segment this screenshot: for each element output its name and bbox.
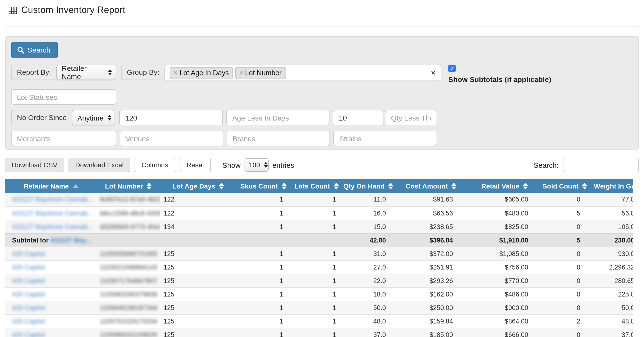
column-header-weight-in-gm[interactable]: Weight In Gm — [589, 179, 633, 193]
subtotal-cell: $396.84 — [394, 233, 468, 247]
data-cell: 122 — [160, 193, 237, 206]
sort-icon — [452, 182, 456, 189]
retailer-link[interactable]: 415127 Bayshore Cannab... — [12, 196, 93, 203]
data-cell: $486.00 — [468, 287, 541, 301]
subtotal-row: Subtotal for 415127 Bay...42.00$396.84$1… — [5, 233, 633, 247]
group-by-tag[interactable]: ×Lot Number — [236, 67, 286, 79]
data-cell: 77.0 — [589, 193, 633, 206]
divider — [5, 26, 639, 26]
column-label: Qty On Hand — [343, 182, 384, 190]
column-label: Sold Count — [542, 182, 578, 190]
subtotal-cell — [160, 233, 237, 247]
page-length-control: Show 100 entries — [222, 158, 294, 172]
data-cell: 22.0 — [343, 274, 394, 287]
data-cell: 0 — [541, 301, 589, 314]
clear-selection-icon[interactable]: × — [431, 68, 435, 77]
show-subtotals-checkbox[interactable]: ✓ — [448, 65, 456, 72]
column-header-cost-amount[interactable]: Cost Amount — [394, 179, 468, 193]
retailer-link[interactable]: 420 Capitol — [12, 291, 45, 298]
data-cell: 1 — [237, 274, 290, 287]
data-cell: 37.0 — [589, 328, 633, 337]
qty-less-than-input[interactable] — [385, 110, 437, 125]
search-icon — [17, 46, 24, 53]
retailer-link[interactable]: 420 Capitol — [12, 304, 45, 311]
table-toolbar: Download CSV Download Excel Columns Rese… — [5, 158, 639, 172]
remove-tag-icon[interactable]: × — [240, 69, 243, 76]
data-cell: 1 — [290, 314, 343, 328]
column-label: Cost Amount — [406, 182, 448, 190]
retailer-cell: 415127 Bayshore Cannab... — [5, 193, 97, 206]
venues-input[interactable] — [120, 131, 223, 146]
lot-statuses-input[interactable] — [11, 89, 116, 105]
show-label: Show — [222, 161, 240, 169]
retailer-link[interactable]: 420 Capitol — [12, 318, 45, 325]
qty-greater-input[interactable] — [333, 110, 384, 125]
column-header-lot-number[interactable]: Lot Number — [97, 179, 160, 193]
column-header-retail-value[interactable]: Retail Value — [468, 179, 541, 193]
column-header-lot-age-days[interactable]: Lot Age Days — [160, 179, 237, 193]
table-search-input[interactable] — [563, 158, 639, 172]
reset-button[interactable]: Reset — [180, 158, 211, 172]
data-cell: 1 — [290, 260, 343, 274]
data-cell: 50.0 — [343, 301, 394, 314]
strains-input[interactable] — [333, 131, 437, 146]
subtotal-label-cell: Subtotal for 415127 Bay... — [5, 233, 97, 247]
data-cell: $250.00 — [394, 301, 468, 314]
download-excel-button[interactable]: Download Excel — [68, 158, 130, 172]
no-order-since-group: No Order Since Anytime — [11, 110, 114, 125]
tag-label: Lot Number — [245, 69, 282, 76]
column-header-skus-count[interactable]: Skus Count — [237, 179, 290, 193]
download-csv-button[interactable]: Download CSV — [5, 158, 64, 172]
age-less-in-days-input[interactable] — [226, 110, 330, 125]
lot-number-value: b8cc1588-d8c8-4309-a98... — [100, 210, 160, 217]
show-subtotals-option: ✓ Show Subtotals (if applicable) — [448, 65, 552, 83]
columns-button[interactable]: Columns — [135, 158, 175, 172]
lot-number-cell: 1103071764847807 — [97, 274, 160, 287]
remove-tag-icon[interactable]: × — [174, 69, 178, 76]
report-by-label: Report By: — [11, 65, 56, 80]
entries-label: entries — [272, 161, 294, 169]
retailer-cell: 420 Capitol — [5, 260, 97, 274]
data-cell: 1 — [237, 328, 290, 337]
sort-icon — [219, 182, 224, 189]
data-cell: $825.00 — [468, 220, 541, 233]
column-label: Retail Value — [481, 182, 519, 190]
page-header: Custom Inventory Report — [0, 0, 644, 15]
data-cell: 1 — [290, 287, 343, 301]
merchants-input[interactable] — [11, 131, 116, 146]
group-by-multiselect[interactable]: ×Lot Age In Days×Lot Number × — [165, 65, 442, 81]
retailer-link[interactable]: 415127 Bayshore Cannab... — [12, 210, 93, 217]
report-by-select[interactable]: Retailer Name — [56, 65, 116, 80]
data-cell: 1 — [290, 220, 343, 233]
brands-input[interactable] — [227, 131, 330, 146]
data-cell: 125 — [160, 301, 237, 314]
column-header-lots-count[interactable]: Lots Count — [290, 179, 343, 193]
data-cell: 134 — [160, 220, 237, 233]
retailer-link[interactable]: 420 Capitol — [12, 264, 45, 271]
select-arrows-icon — [264, 162, 268, 168]
data-cell: 2,296.32 — [589, 260, 633, 274]
column-header-retailer-name[interactable]: Retailer Name — [5, 179, 97, 193]
lot-number-cell: 1105966331109629 — [97, 328, 160, 337]
sort-asc-icon — [72, 184, 78, 188]
report-by-group: Report By: Retailer Name — [11, 65, 116, 80]
column-label: Weight In Gm — [594, 182, 633, 190]
data-cell: 1 — [237, 206, 290, 220]
retailer-link[interactable]: 415127 Bayshore Cannab... — [12, 223, 93, 230]
data-cell: 0 — [541, 220, 589, 233]
data-cell: 125 — [160, 247, 237, 260]
page-length-select[interactable]: 100 — [244, 158, 268, 172]
retailer-link[interactable]: 420 Capitol — [12, 250, 45, 257]
table-row: 420 Capitol11059356687319551251131.0$372… — [5, 247, 633, 260]
search-button[interactable]: Search — [11, 42, 58, 58]
retailer-link[interactable]: 415127 Bay... — [50, 237, 91, 244]
retailer-link[interactable]: 420 Capitol — [12, 331, 45, 337]
column-header-qty-on-hand[interactable]: Qty On Hand — [343, 179, 394, 193]
group-by-tag[interactable]: ×Lot Age In Days — [170, 67, 233, 79]
table-row: 420 Capitol11057515291702941251148.0$159… — [5, 314, 633, 328]
table-search: Search: — [534, 158, 639, 172]
no-order-since-select[interactable]: Anytime — [72, 110, 114, 125]
retailer-link[interactable]: 420 Capitol — [12, 277, 45, 284]
column-header-sold-count[interactable]: Sold Count — [541, 179, 589, 193]
age-in-days-input[interactable] — [120, 110, 223, 125]
